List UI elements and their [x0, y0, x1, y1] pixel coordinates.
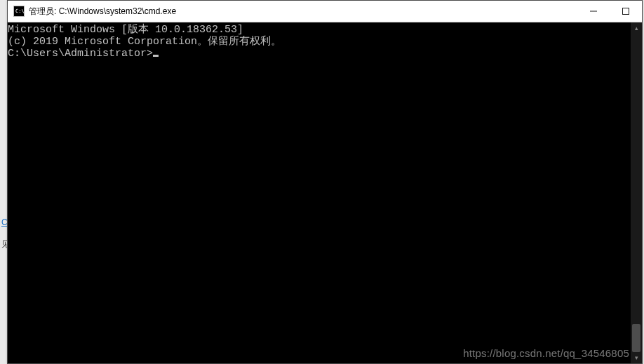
terminal-client-area[interactable]: Microsoft Windows [版本 10.0.18362.53](c) …	[8, 22, 642, 363]
terminal-prompt-line[interactable]: C:\Users\Administrator>	[8, 48, 642, 60]
cmd-icon: C:\	[13, 6, 25, 17]
maximize-button[interactable]	[610, 1, 642, 22]
vertical-scrollbar[interactable]: ▴ ▾	[631, 22, 642, 363]
terminal-output[interactable]: Microsoft Windows [版本 10.0.18362.53](c) …	[8, 22, 642, 363]
minimize-button[interactable]	[577, 1, 610, 22]
cursor-icon	[153, 55, 159, 57]
terminal-line: (c) 2019 Microsoft Corporation。保留所有权利。	[8, 36, 642, 48]
window-title: 管理员: C:\Windows\system32\cmd.exe	[29, 6, 577, 18]
window-controls	[577, 1, 642, 22]
titlebar[interactable]: C:\ 管理员: C:\Windows\system32\cmd.exe	[8, 1, 642, 22]
terminal-prompt: C:\Users\Administrator>	[8, 48, 153, 60]
cmd-window: C:\ 管理员: C:\Windows\system32\cmd.exe Mic…	[7, 0, 643, 364]
svg-rect-4	[623, 8, 629, 15]
terminal-line: Microsoft Windows [版本 10.0.18362.53]	[8, 24, 642, 36]
scrollbar-thumb[interactable]	[632, 324, 640, 352]
scroll-down-arrow-icon[interactable]: ▾	[631, 352, 642, 363]
svg-text:C:\: C:\	[15, 8, 25, 14]
scroll-up-arrow-icon[interactable]: ▴	[631, 22, 642, 34]
